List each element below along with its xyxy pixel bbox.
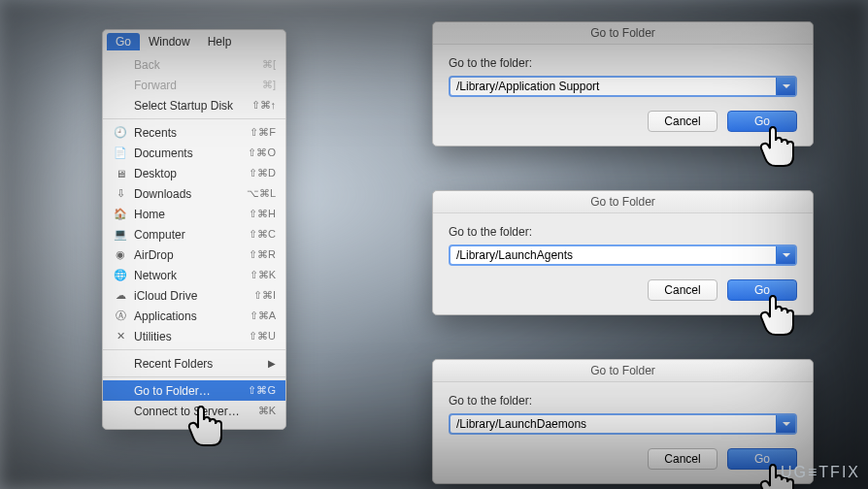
menu-tab-help[interactable]: Help — [199, 33, 241, 50]
network-icon: 🌐 — [113, 269, 128, 282]
recents-icon: 🕘 — [113, 126, 128, 140]
dialog-label: Go to the folder: — [449, 56, 797, 70]
cancel-button[interactable]: Cancel — [648, 111, 718, 132]
menu-separator — [103, 118, 285, 119]
menu-item-applications[interactable]: ⒶApplications⇧⌘A — [103, 306, 285, 326]
menu-shortcut: ⇧⌘I — [253, 289, 276, 302]
chevron-down-icon — [783, 82, 790, 90]
menu-tabs: Go Window Help — [103, 30, 285, 50]
go-button[interactable]: Go — [727, 111, 797, 132]
go-to-folder-dialog: Go to Folder Go to the folder: Cancel Go — [432, 21, 814, 147]
go-to-folder-dialog: Go to Folder Go to the folder: Cancel Go — [432, 359, 814, 484]
menu-shortcut: ⇧⌘O — [248, 147, 276, 159]
menu-item-downloads[interactable]: ⇩Downloads⌥⌘L — [103, 183, 285, 204]
watermark: UG≡TFIX — [781, 464, 860, 481]
desktop-icon: 🖥 — [113, 167, 128, 180]
menu-item-desktop[interactable]: 🖥Desktop⇧⌘D — [103, 163, 285, 183]
menu-item-documents[interactable]: 📄Documents⇧⌘O — [103, 143, 285, 163]
menu-shortcut: ⌥⌘L — [247, 187, 276, 200]
menu-label: Desktop — [134, 167, 249, 180]
chevron-down-icon — [783, 420, 790, 428]
utilities-icon: ✕ — [113, 330, 128, 343]
airdrop-icon: ◉ — [113, 248, 128, 262]
menu-label: Computer — [134, 228, 249, 242]
menu-separator — [103, 376, 285, 377]
menu-label: Recents — [134, 126, 250, 140]
dialog-title: Go to Folder — [433, 191, 813, 213]
folder-path-input[interactable] — [451, 415, 776, 433]
folder-path-combo[interactable] — [449, 413, 797, 435]
documents-icon: 📄 — [113, 147, 128, 160]
downloads-icon: ⇩ — [113, 187, 128, 201]
go-button[interactable]: Go — [727, 279, 797, 301]
applications-icon: Ⓐ — [113, 310, 128, 323]
computer-icon: 💻 — [113, 228, 128, 242]
dropdown-button[interactable] — [776, 78, 795, 95]
folder-path-input[interactable] — [451, 246, 776, 264]
menu-item-home[interactable]: 🏠Home⇧⌘H — [103, 204, 285, 224]
menu-tab-go[interactable]: Go — [107, 33, 140, 50]
menu-item-startup-disk[interactable]: Select Startup Disk ⇧⌘↑ — [103, 95, 285, 115]
dropdown-button[interactable] — [776, 415, 795, 433]
dialog-title: Go to Folder — [433, 22, 813, 45]
menu-label: iCloud Drive — [134, 289, 253, 303]
chevron-right-icon: ▶ — [268, 358, 276, 369]
menu-shortcut: ⌘K — [258, 405, 276, 417]
menu-shortcut: ⇧⌘R — [249, 248, 276, 261]
menu-shortcut: ⇧⌘A — [250, 310, 276, 322]
cancel-button[interactable]: Cancel — [648, 279, 718, 301]
menu-label: Go to Folder… — [134, 384, 248, 398]
menu-item-computer[interactable]: 💻Computer⇧⌘C — [103, 224, 285, 244]
menu-item-utilities[interactable]: ✕Utilities⇧⌘U — [103, 326, 285, 346]
cancel-button[interactable]: Cancel — [648, 448, 718, 470]
menu-item-forward: Forward ⌘] — [103, 75, 285, 95]
menu-item-go-to-folder[interactable]: Go to Folder… ⇧⌘G — [103, 380, 285, 401]
dialog-label: Go to the folder: — [449, 394, 797, 408]
menu-label: Select Startup Disk — [134, 99, 251, 113]
menu-label: Network — [134, 269, 250, 282]
dropdown-button[interactable] — [776, 246, 795, 264]
menu-label: Recent Folders — [134, 357, 268, 371]
go-menu-panel: Go Window Help Back ⌘[ Forward ⌘] Select… — [102, 29, 286, 430]
menu-label: Documents — [134, 147, 248, 160]
menu-shortcut: ⇧⌘F — [250, 126, 276, 139]
menu-tab-window[interactable]: Window — [140, 33, 199, 50]
menu-item-airdrop[interactable]: ◉AirDrop⇧⌘R — [103, 244, 285, 265]
menu-label: Utilities — [134, 330, 249, 343]
menu-shortcut: ⇧⌘K — [250, 269, 276, 281]
menu-shortcut: ⇧⌘C — [249, 228, 276, 241]
menu-label: AirDrop — [134, 248, 249, 262]
dialog-label: Go to the folder: — [449, 225, 797, 239]
menu-shortcut: ⇧⌘D — [249, 167, 276, 179]
folder-path-input[interactable] — [451, 78, 776, 95]
menu-label: Back — [134, 58, 262, 72]
menu-shortcut: ⌘] — [262, 79, 276, 91]
dialog-title: Go to Folder — [433, 360, 813, 382]
go-to-folder-dialog: Go to Folder Go to the folder: Cancel Go — [432, 190, 814, 315]
menu-label: Forward — [134, 79, 262, 92]
icloud-icon: ☁ — [113, 289, 128, 303]
menu-label: Applications — [134, 310, 250, 323]
menu-item-back: Back ⌘[ — [103, 54, 285, 75]
menu-shortcut: ⇧⌘H — [249, 208, 276, 220]
menu-label: Downloads — [134, 187, 247, 201]
menu-shortcut: ⇧⌘U — [249, 330, 276, 342]
folder-path-combo[interactable] — [449, 244, 797, 266]
chevron-down-icon — [783, 251, 790, 259]
menu-item-network[interactable]: 🌐Network⇧⌘K — [103, 265, 285, 285]
menu-separator — [103, 349, 285, 350]
menu-shortcut: ⇧⌘G — [248, 384, 276, 397]
menu-item-connect-server[interactable]: Connect to Server… ⌘K — [103, 401, 285, 421]
home-icon: 🏠 — [113, 208, 128, 221]
menu-item-icloud-drive[interactable]: ☁iCloud Drive⇧⌘I — [103, 285, 285, 306]
folder-path-combo[interactable] — [449, 76, 797, 97]
menu-item-recents[interactable]: 🕘Recents⇧⌘F — [103, 122, 285, 143]
menu-shortcut: ⌘[ — [262, 58, 276, 71]
menu-label: Home — [134, 208, 249, 221]
menu-label: Connect to Server… — [134, 405, 258, 418]
menu-shortcut: ⇧⌘↑ — [251, 99, 277, 112]
menu-item-recent-folders[interactable]: Recent Folders ▶ — [103, 353, 285, 374]
